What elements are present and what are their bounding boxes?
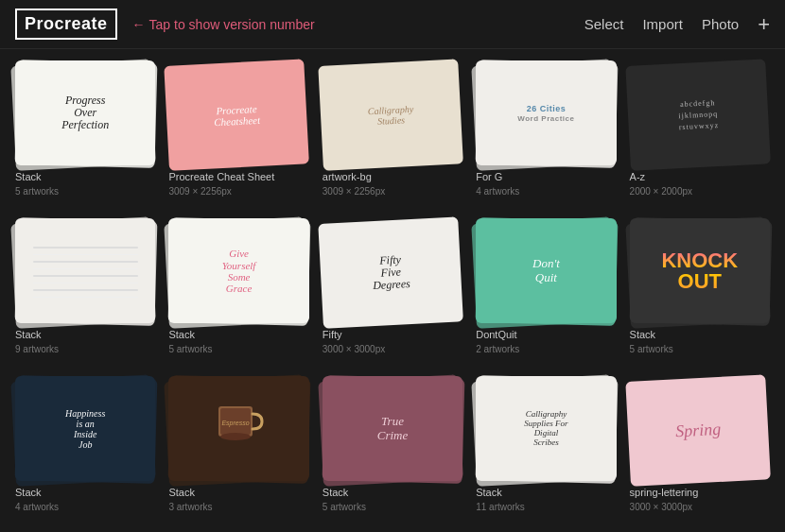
artwork-label: Stack: [630, 329, 770, 340]
gallery-item-stack-give[interactable]: GiveYourselfSomeGrace Stack 5 artworks: [168, 218, 308, 363]
artwork-label: Stack: [15, 329, 155, 340]
gallery-item-stack-calligraphy[interactable]: CalligraphySupplies ForDigitalScribes St…: [476, 376, 616, 521]
artwork-sublabel: 11 artworks: [476, 502, 616, 512]
artwork-sublabel: 4 artworks: [476, 186, 616, 197]
gallery-item-stack-2[interactable]: Stack 9 artworks: [15, 218, 155, 363]
gallery-item-stack-coffee[interactable]: Espresso Stack 3 artworks: [168, 376, 308, 521]
artwork-sublabel: 9 artworks: [15, 344, 155, 354]
artwork-label: Stack: [15, 487, 155, 498]
artwork-label: Stack: [15, 171, 155, 182]
artwork-sublabel: 2 artworks: [476, 344, 616, 354]
select-button[interactable]: Select: [584, 16, 624, 32]
gallery-item-stack-true[interactable]: TrueCrime Stack 5 artworks: [323, 376, 462, 521]
artwork-label: Stack: [323, 487, 462, 498]
artwork-label: Fifty: [323, 329, 462, 340]
gallery-item-spring-lettering[interactable]: Spring spring-lettering 3000 × 3000px: [630, 376, 770, 521]
artwork-sublabel: 2000 × 2000px: [630, 186, 770, 197]
version-hint: Tap to show version number: [132, 17, 315, 32]
artwork-label: DontQuit: [476, 329, 616, 340]
artwork-sublabel: 3009 × 2256px: [168, 186, 308, 197]
artwork-sublabel: 5 artworks: [168, 344, 308, 354]
artwork-sublabel: 3000 × 3000px: [630, 502, 770, 512]
header-actions: Select Import Photo +: [584, 14, 770, 35]
artwork-label: Stack: [168, 487, 308, 498]
gallery-item-stack-progress[interactable]: ProgressOverPerfection Stack 5 artworks: [15, 60, 155, 205]
artwork-label: artwork-bg: [323, 171, 462, 182]
artwork-label: Procreate Cheat Sheet: [168, 171, 308, 182]
artwork-label: Stack: [168, 329, 308, 340]
gallery-item-stack-knockout[interactable]: KNOCKOUT Stack 5 artworks: [630, 218, 770, 363]
artwork-label: spring-lettering: [630, 487, 770, 498]
gallery-grid: ProgressOverPerfection Stack 5 artworks …: [0, 49, 785, 532]
artwork-sublabel: 3009 × 2256px: [323, 186, 462, 197]
gallery-item-procreate-cheatsheet[interactable]: ProcreateCheatsheet Procreate Cheat Shee…: [168, 60, 308, 205]
import-button[interactable]: Import: [642, 16, 683, 32]
photo-button[interactable]: Photo: [702, 16, 739, 32]
svg-text:Espresso: Espresso: [221, 420, 249, 427]
artwork-sublabel: 4 artworks: [15, 502, 155, 512]
gallery-item-a-z[interactable]: abcdefghijklmnopqrstuvwxyz A-z 2000 × 20…: [630, 60, 770, 205]
artwork-label: For G: [476, 171, 616, 182]
artwork-sublabel: 5 artworks: [323, 502, 462, 512]
gallery-item-stack-happiness[interactable]: Happinessis anInsideJob Stack 4 artworks: [15, 376, 155, 521]
logo[interactable]: Procreate: [15, 9, 117, 40]
artwork-label: A-z: [630, 171, 770, 182]
artwork-label: Stack: [476, 487, 616, 498]
artwork-sublabel: 5 artworks: [15, 186, 155, 197]
artwork-sublabel: 3000 × 3000px: [323, 344, 462, 354]
add-button[interactable]: +: [758, 14, 770, 35]
gallery-item-fifty[interactable]: FiftyFiveDegrees Fifty 3000 × 3000px: [323, 218, 462, 363]
gallery-item-dontquit[interactable]: Don'tQuit DontQuit 2 artworks: [476, 218, 616, 363]
artwork-sublabel: 3 artworks: [168, 502, 308, 512]
svg-point-2: [220, 433, 251, 440]
gallery-item-artwork-bg[interactable]: CalligraphyStudies artwork-bg 3009 × 225…: [323, 60, 462, 205]
artwork-sublabel: 5 artworks: [630, 344, 770, 354]
app-header: Procreate Tap to show version number Sel…: [0, 0, 785, 49]
gallery-item-for-g[interactable]: 26 CitiesWord Practice For G 4 artworks: [476, 60, 616, 205]
